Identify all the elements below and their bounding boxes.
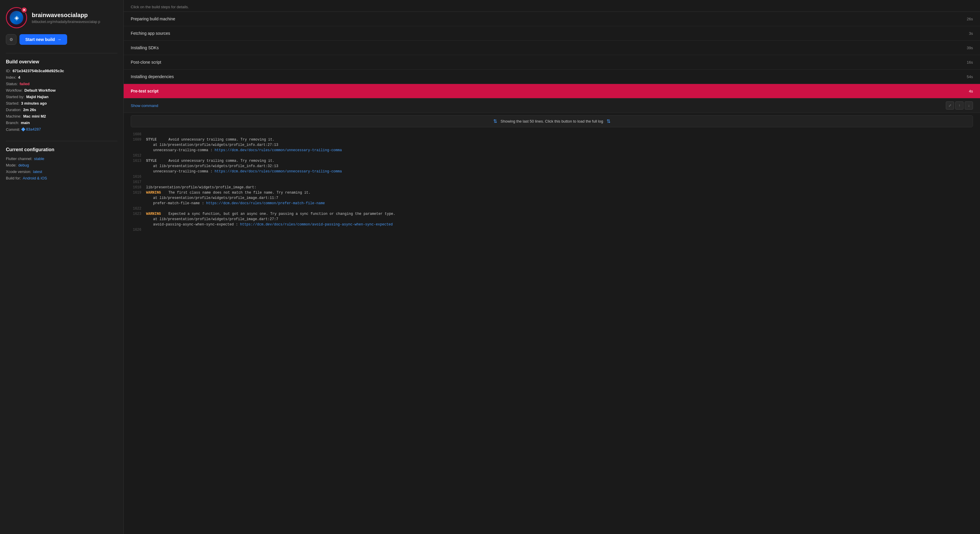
log-line: 1616 — [131, 174, 973, 180]
commit-row: Commit: 83a4287 — [6, 127, 118, 132]
step-name: Installing SDKs — [131, 45, 159, 50]
app-url: bitbucket.org/mhadaily/brainwavesocialap… — [32, 20, 100, 24]
load-full-log-bar[interactable]: ⇅ Showing the last 50 lines. Click this … — [131, 115, 973, 127]
xcode-value[interactable]: latest — [33, 169, 42, 174]
log-line-text: at lib/presentation/profile/widgets/prof… — [153, 217, 973, 222]
divider — [6, 53, 118, 53]
log-line-text — [146, 175, 973, 180]
log-line: at lib/presentation/profile/widgets/prof… — [131, 143, 973, 148]
build-step-row[interactable]: Pre-test script4s — [124, 84, 980, 99]
load-full-log-text: Showing the last 50 lines. Click this bu… — [501, 119, 603, 123]
machine-value: Mac mini M2 — [23, 114, 46, 118]
app-title-block: brainwavesocialapp bitbucket.org/mhadail… — [32, 12, 100, 24]
commit-link[interactable]: 83a4287 — [22, 127, 41, 131]
step-name: Pre-test script — [131, 89, 158, 93]
branch-label: Branch: — [6, 121, 19, 125]
scroll-up-button[interactable]: ↑ — [955, 101, 964, 110]
flutter-channel-value[interactable]: stable — [34, 156, 45, 161]
flutter-channel-label: Flutter channel: — [6, 156, 32, 161]
log-line: 1613STYLEAvoid unnecessary trailing comm… — [131, 159, 973, 164]
build-step-row[interactable]: Installing SDKs39s — [124, 41, 980, 55]
build-for-value[interactable]: Android & iOS — [23, 176, 47, 180]
build-step-row[interactable]: Preparing build machine26s — [124, 12, 980, 26]
log-line-text — [146, 132, 973, 137]
log-line-text: avoid-passing-async-when-sync-expected :… — [153, 223, 973, 227]
log-link[interactable]: https://dcm.dev/docs/rules/common/prefer… — [206, 201, 325, 206]
build-step-row[interactable]: Installing dependencies54s — [124, 70, 980, 84]
build-steps: Preparing build machine26sFetching app s… — [124, 12, 980, 99]
scroll-down-button[interactable]: ↓ — [965, 101, 973, 110]
index-value: 4 — [18, 75, 20, 80]
mode-label: Mode: — [6, 163, 16, 167]
log-line-number: 1616 — [131, 175, 142, 180]
log-line-text — [146, 180, 973, 185]
log-line-number: 1622 — [131, 207, 142, 211]
started-row: Started: 3 minutes ago — [6, 101, 118, 105]
index-label: Index: — [6, 75, 16, 80]
down-icon: ↓ — [968, 104, 970, 108]
duration-label: Duration: — [6, 108, 22, 112]
started-by-row: Started by: Majid Hajian — [6, 95, 118, 99]
log-line: 1609STYLEAvoid unnecessary trailing comm… — [131, 137, 973, 143]
log-link[interactable]: https://dcm.dev/docs/rules/common/unnece… — [215, 148, 342, 152]
log-line-text: unnecessary-trailing-comma : https://dcm… — [153, 169, 973, 174]
started-label: Started: — [6, 101, 19, 105]
log-line-number: 1613 — [131, 159, 142, 164]
log-toolbar: Show command ⤢ ↑ ↓ — [124, 99, 980, 113]
log-link[interactable]: https://dcm.dev/docs/rules/common/avoid-… — [240, 223, 393, 226]
log-line: 1619WARNINGThe first class name does not… — [131, 190, 973, 196]
log-line: at lib/presentation/profile/widgets/prof… — [131, 164, 973, 169]
log-container[interactable]: 16081609STYLEAvoid unnecessary trailing … — [124, 130, 980, 534]
log-line: 1622 — [131, 206, 973, 212]
log-line-text: The first class name does not match the … — [169, 191, 973, 195]
log-line: avoid-passing-async-when-sync-expected :… — [131, 222, 973, 228]
log-line: unnecessary-trailing-comma : https://dcm… — [131, 169, 973, 174]
config-title: Current configuration — [6, 147, 118, 152]
log-line-number: 1612 — [131, 153, 142, 158]
load-right-icon: ⇅ — [607, 118, 611, 124]
build-step-row[interactable]: Fetching app sources3s — [124, 26, 980, 41]
log-line-text — [146, 153, 973, 158]
build-step-row[interactable]: Post-clone script16s — [124, 55, 980, 70]
commit-label: Commit: — [6, 127, 20, 132]
log-line-text: at lib/presentation/profile/widgets/prof… — [153, 196, 973, 201]
log-line: 1617 — [131, 180, 973, 185]
log-line-text: Expected a sync function, but got an asy… — [169, 212, 973, 217]
log-line: 1626 — [131, 228, 973, 233]
start-build-label: Start new build — [25, 37, 55, 42]
step-name: Post-clone script — [131, 60, 161, 65]
log-line-text: unnecessary-trailing-comma : https://dcm… — [153, 148, 973, 153]
commit-value: 83a4287 — [26, 127, 41, 131]
started-by-label: Started by: — [6, 95, 24, 99]
log-link[interactable]: https://dcm.dev/docs/rules/common/unnece… — [215, 169, 342, 174]
log-line: prefer-match-file-name : https://dcm.dev… — [131, 201, 973, 206]
log-line-text: Avoid unnecessary trailing comma. Try re… — [169, 138, 973, 142]
workflow-row: Workflow: Default Workflow — [6, 88, 118, 92]
workflow-value: Default Workflow — [24, 88, 56, 92]
step-time: 39s — [967, 46, 973, 50]
step-name: Preparing build machine — [131, 16, 175, 21]
layers-icon: ◈ — [14, 14, 19, 21]
mode-value[interactable]: debug — [18, 163, 29, 167]
log-line: 1618lib/presentation/profile/widgets/pro… — [131, 185, 973, 190]
gear-icon: ⚙ — [10, 37, 13, 42]
xcode-row: Xcode version: latest — [6, 169, 118, 174]
step-name: Installing dependencies — [131, 74, 174, 79]
sidebar: ◈ ✕ brainwavesocialapp bitbucket.org/mha… — [0, 0, 124, 534]
step-time: 54s — [967, 75, 973, 79]
status-value: failed — [19, 81, 29, 86]
build-for-row: Build for: Android & iOS — [6, 176, 118, 180]
log-line: 1608 — [131, 132, 973, 137]
settings-button[interactable]: ⚙ — [6, 34, 16, 45]
started-value: 3 minutes ago — [21, 101, 47, 105]
start-build-button[interactable]: Start new build → — [19, 34, 67, 45]
log-section: Show command ⤢ ↑ ↓ ⇅ Showing the last 50… — [124, 99, 980, 534]
expand-log-button[interactable]: ⤢ — [946, 101, 954, 110]
show-command-link[interactable]: Show command — [131, 104, 158, 108]
log-line: 1612 — [131, 153, 973, 159]
log-line-number: 1623 — [131, 212, 142, 217]
action-row: ⚙ Start new build → — [6, 34, 118, 45]
machine-row: Machine: Mac mini M2 — [6, 114, 118, 118]
up-icon: ↑ — [958, 104, 960, 108]
branch-row: Branch: main — [6, 121, 118, 125]
